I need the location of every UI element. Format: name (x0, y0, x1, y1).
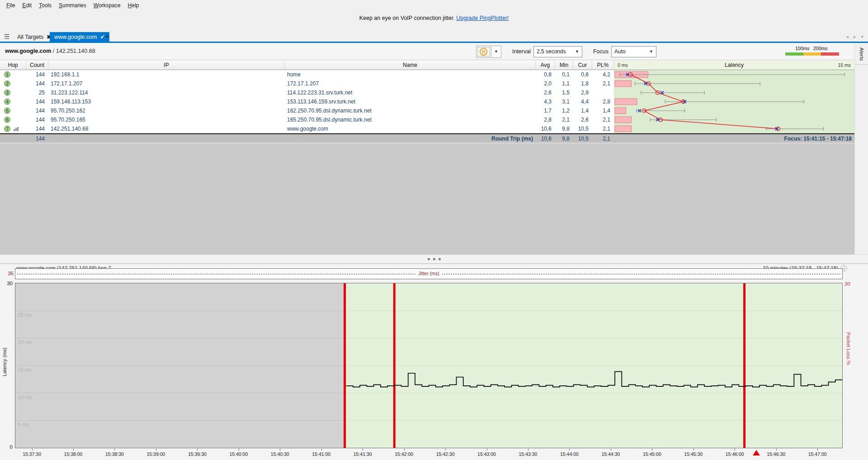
ip-cell: 31.223.122.114 (48, 88, 285, 97)
avg-cell: 4,3 (536, 97, 555, 106)
time-label: 15:46:30 (767, 451, 785, 457)
focus-select[interactable]: Auto ▼ (611, 46, 656, 57)
chevron-down-icon: ▼ (575, 49, 579, 54)
hop-cell: 1 (0, 70, 26, 79)
pl-cell: 2,1 (592, 124, 614, 133)
focus-graph-icon (14, 127, 19, 131)
scale-100ms: 100ms (795, 46, 810, 51)
hop-cell: 4 (0, 97, 26, 106)
name-cell: 114.122.223.31.srv.turk.net (285, 88, 536, 97)
count-cell: 144 (26, 70, 48, 79)
count-cell: 25 (26, 88, 48, 97)
col-header-hop[interactable]: Hop (0, 61, 26, 70)
svg-text:15 ms: 15 ms (18, 367, 32, 372)
rt-count: 144 (26, 134, 48, 143)
chevron-down-icon: ▼ (649, 49, 653, 54)
target-ip: / 142.251.140.68 (51, 48, 95, 54)
time-tick (363, 449, 363, 451)
time-label: 15:44:30 (601, 451, 620, 457)
name-cell: 153.113.146.159.srv.turk.net (285, 97, 536, 106)
col-header-count[interactable]: Count (26, 61, 48, 70)
time-tick (32, 449, 33, 451)
new-tab-button[interactable]: + (105, 33, 109, 41)
hop-cell: 6 (0, 115, 26, 124)
time-tick (735, 449, 735, 451)
col-header-pl[interactable]: PL% (592, 61, 614, 70)
time-tick (445, 449, 446, 451)
upgrade-banner: Keep an eye on VoIP connection jitter. U… (0, 15, 868, 21)
tab-www-google-com[interactable]: www.google.com ✔ (50, 32, 109, 42)
menu-bar: FileEditToolsSummariesWorkspaceHelp (0, 0, 868, 11)
scale-labels: 100ms 200ms (785, 46, 839, 51)
table-header-row: Hop Count IP Name Avg Min Cur PL% 0 ms L… (0, 61, 854, 70)
tab-bar: ☰ All Targets ✖ www.google.com ✔ + ◂ ▸ ▾ (0, 31, 868, 43)
pl-cell: 1,4 (592, 106, 614, 115)
avg-cell: 10,6 (536, 124, 555, 133)
tab-menu-icon[interactable]: ☰ (4, 33, 11, 40)
time-label: 15:45:00 (643, 451, 661, 457)
alert-marker-icon[interactable] (753, 450, 760, 455)
timeline-svg: 25 ms20 ms15 ms10 ms5 ms (15, 283, 842, 448)
focus-ring (477, 47, 490, 56)
cur-cell: 2,6 (573, 115, 592, 124)
latency-axis-max: 15 ms (838, 62, 851, 68)
menu-file[interactable]: File (3, 0, 19, 10)
scale-gradient-bar (785, 52, 839, 56)
interval-select[interactable]: 2,5 seconds ▼ (533, 46, 582, 57)
tab-scroll-arrows[interactable]: ◂ ▸ ▾ (846, 34, 865, 40)
tab-google-label: www.google.com (54, 34, 97, 40)
tab-all-targets-label: All Targets (17, 34, 43, 40)
count-cell: 144 (26, 124, 48, 133)
time-label: 15:40:30 (271, 451, 289, 457)
name-cell: home (285, 70, 536, 79)
upgrade-link[interactable]: Upgrade PingPlotter! (456, 15, 509, 21)
cur-cell: 2,9 (573, 88, 592, 97)
tab-all-targets[interactable]: All Targets ✖ (13, 32, 56, 42)
col-header-cur[interactable]: Cur (573, 61, 592, 70)
min-cell: 3,1 (555, 97, 573, 106)
time-tick (280, 449, 280, 451)
banner-text: Keep an eye on VoIP connection jitter. (359, 15, 455, 21)
rt-min: 9,8 (555, 134, 573, 143)
hop-cell: 3 (0, 88, 26, 97)
time-tick (156, 449, 156, 451)
col-header-ip[interactable]: IP (48, 61, 285, 70)
pause-dropdown-button[interactable]: ▼ (491, 46, 501, 58)
menu-workspace[interactable]: Workspace (90, 0, 124, 10)
time-label: 15:47:00 (808, 451, 827, 457)
time-tick (197, 449, 198, 451)
panel-splitter[interactable] (0, 254, 868, 264)
time-tick (321, 449, 322, 451)
avg-cell: 1,7 (536, 106, 555, 115)
trace-table: Hop Count IP Name Avg Min Cur PL% 0 ms L… (0, 61, 854, 143)
pl-cell: 4,2 (592, 70, 614, 79)
menu-tools[interactable]: Tools (35, 0, 55, 10)
hop-cell: 2 (0, 79, 26, 88)
ip-cell: 159.146.113.153 (48, 97, 285, 106)
menu-help[interactable]: Help (124, 0, 143, 10)
col-header-avg[interactable]: Avg (536, 61, 555, 70)
focus-label: Focus (593, 48, 609, 55)
time-label: 15:41:00 (312, 451, 330, 457)
pause-button[interactable] (476, 46, 491, 58)
rt-cur: 10,5 (573, 134, 592, 143)
col-header-name[interactable]: Name (285, 61, 536, 70)
time-axis: 15:37:3015:38:0015:38:3015:39:0015:39:30… (15, 449, 843, 459)
time-label: 15:40:00 (229, 451, 248, 457)
menu-edit[interactable]: Edit (19, 0, 35, 10)
latency-axis-min: 0 ms (618, 62, 628, 68)
alerts-side-tab[interactable]: Alerts (855, 44, 868, 65)
timeline-graph-panel: www.google.com (142.251.140.68) hop 7 10… (0, 264, 868, 460)
jitter-label: Jitter (ms) (415, 271, 442, 276)
menu-summaries[interactable]: Summaries (55, 0, 90, 10)
col-header-min[interactable]: Min (555, 61, 573, 70)
col-header-latency[interactable]: 0 ms Latency 15 ms (614, 61, 854, 70)
min-cell: 9,8 (555, 124, 573, 133)
time-tick (817, 449, 818, 451)
time-label: 15:38:30 (105, 451, 124, 457)
time-tick (528, 449, 528, 451)
latency-timeline-chart[interactable]: 25 ms20 ms15 ms10 ms5 ms (15, 283, 843, 448)
name-cell: 172.17.1.207 (285, 79, 536, 88)
cur-cell: 1,8 (573, 79, 592, 88)
interval-label: Interval (512, 48, 531, 55)
